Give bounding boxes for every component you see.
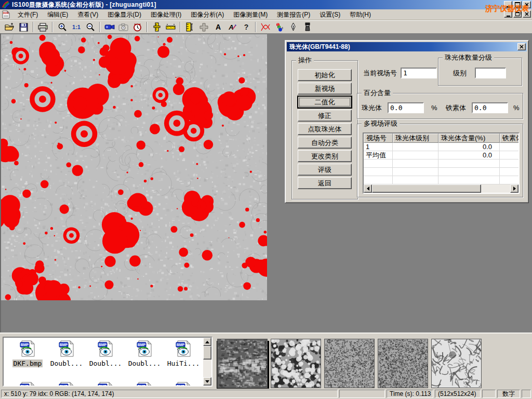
ruler-horizontal-button[interactable]: [164, 21, 178, 34]
dialog-title-bar[interactable]: 珠光体(GB/T9441-88): [287, 42, 527, 51]
menu-image-measure[interactable]: 图像测量(M): [229, 9, 272, 20]
initialize-button[interactable]: 初始化: [298, 69, 352, 81]
menu-settings[interactable]: 设置(S): [315, 9, 345, 20]
file-item[interactable]: BMP Doubl...: [87, 340, 124, 367]
new-field-button[interactable]: 新视场: [298, 83, 352, 95]
menu-image-display[interactable]: 图像显示(D): [103, 9, 146, 20]
grading-table[interactable]: 视场号 珠光体级别 珠光体含量(%) 铁素体 1 0.0 平均值 0.0: [363, 132, 520, 194]
text-tool-icon: A: [214, 23, 222, 31]
text-edit-button[interactable]: A: [225, 21, 239, 34]
menu-report[interactable]: 测量报告(P): [272, 9, 315, 20]
mdi-minimize-icon: [507, 16, 510, 17]
bottom-panel: BMP DKF.bmp BMP Doubl... BMP Doubl... BM…: [0, 332, 532, 389]
zoom-out-button[interactable]: [83, 21, 97, 34]
table-header-row: 视场号 珠光体级别 珠光体含量(%) 铁素体: [364, 134, 518, 143]
brush-button[interactable]: [300, 21, 314, 34]
col-pearlite-content[interactable]: 珠光体含量(%): [438, 134, 500, 143]
menu-bar: DOC 文件(F) 编辑(E) 查看(V) 图像显示(D) 图像处理(I) 图像…: [0, 9, 532, 20]
move-cross-button[interactable]: [197, 21, 211, 34]
menu-help[interactable]: 帮助(H): [345, 9, 376, 20]
file-name[interactable]: DKF.bmp: [12, 360, 43, 367]
dialog-close-button[interactable]: [517, 43, 526, 50]
save-button[interactable]: [17, 21, 31, 34]
file-item[interactable]: BMP Doubl...: [126, 340, 163, 367]
file-browser-scrollbar[interactable]: [203, 338, 211, 385]
file-browser[interactable]: BMP DKF.bmp BMP Doubl... BMP Doubl... BM…: [3, 337, 212, 387]
change-class-button[interactable]: 更改类别: [298, 150, 352, 162]
file-item[interactable]: BMP HuiTi...: [165, 340, 202, 367]
file-item[interactable]: BMP: [87, 381, 124, 387]
correct-button[interactable]: 修正: [298, 110, 352, 122]
caliper-vertical-button[interactable]: [150, 21, 164, 34]
pearlite-dialog: 珠光体(GB/T9441-88) 操作 初始化 新视场 二值化 修正 点取珠光体…: [285, 40, 529, 203]
pen-button[interactable]: [286, 21, 300, 34]
scrollbar-thumb[interactable]: [203, 346, 211, 360]
level-label: 级别: [453, 68, 467, 78]
svg-text:BMP: BMP: [21, 343, 29, 347]
current-field-input[interactable]: [401, 68, 437, 78]
classify-balls-button[interactable]: 1 2 3: [272, 21, 286, 34]
zoom-in-button[interactable]: [55, 21, 69, 34]
bmp-file-icon: BMP: [97, 352, 114, 359]
thumbnail-3[interactable]: [324, 339, 375, 388]
bmp-file-icon: BMP: [19, 352, 36, 359]
menu-view[interactable]: 查看(V): [73, 9, 103, 20]
table-row[interactable]: 平均值 0.0: [364, 151, 518, 159]
thumbnail-5[interactable]: [431, 339, 482, 388]
text-tool-button[interactable]: A: [211, 21, 225, 34]
move-cross-icon: [200, 23, 208, 32]
svg-text:BMP: BMP: [138, 384, 146, 387]
scroll-left-button[interactable]: [364, 184, 372, 193]
ferrite-percent-input[interactable]: [472, 102, 508, 113]
menu-file[interactable]: 文件(F): [13, 9, 43, 20]
table-row[interactable]: 1 0.0: [364, 143, 518, 151]
scroll-down-button[interactable]: [203, 377, 211, 385]
actual-size-button[interactable]: 1:1: [69, 21, 83, 34]
print-button[interactable]: [36, 21, 50, 34]
file-item[interactable]: BMP: [48, 381, 85, 387]
file-item[interactable]: BMP DKF.bmp: [9, 340, 46, 367]
cell-pearlite-level: [393, 151, 438, 159]
file-name[interactable]: Doubl...: [127, 360, 162, 367]
thumbnail-2[interactable]: [271, 339, 321, 388]
col-pearlite-level[interactable]: 珠光体级别: [393, 134, 438, 143]
binarize-button[interactable]: 二值化: [298, 96, 352, 108]
pearlite-percent-input[interactable]: [388, 102, 424, 113]
timer-button[interactable]: [130, 21, 144, 34]
measure-caliper-button[interactable]: [183, 21, 197, 34]
file-item[interactable]: BMP: [165, 381, 202, 387]
level-input[interactable]: [475, 68, 506, 78]
col-field-number[interactable]: 视场号: [364, 134, 393, 143]
multi-field-group: 多视场评级 视场号 珠光体级别 珠光体含量(%) 铁素体 1 0.0 平均值: [357, 124, 523, 197]
menu-edit[interactable]: 编辑(E): [43, 9, 73, 20]
file-item[interactable]: BMP Doubl...: [48, 340, 85, 367]
table-horizontal-scrollbar[interactable]: [364, 184, 518, 193]
scroll-right-icon: [513, 187, 516, 191]
scroll-up-button[interactable]: [203, 338, 211, 346]
scrollbar-thumb[interactable]: [372, 184, 481, 193]
help-button[interactable]: ?: [239, 21, 253, 34]
file-item[interactable]: BMP: [126, 381, 163, 387]
col-ferrite[interactable]: 铁素体: [500, 134, 520, 143]
thumbnail-1[interactable]: [217, 339, 268, 388]
file-item[interactable]: BMP: [9, 381, 46, 387]
scroll-right-button[interactable]: [510, 184, 518, 193]
file-name[interactable]: HuiTi...: [166, 360, 201, 367]
grade-button[interactable]: 评级: [298, 164, 352, 176]
menu-image-analysis[interactable]: 图像分析(A): [186, 9, 229, 20]
thumbnail-4[interactable]: [378, 339, 428, 388]
menu-image-process[interactable]: 图像处理(I): [146, 9, 186, 20]
video-camera-button[interactable]: [102, 21, 116, 34]
pick-pearlite-button[interactable]: 点取珠光体: [298, 123, 352, 135]
actual-size-icon: 1:1: [71, 23, 82, 31]
spline-curve-button[interactable]: [258, 21, 272, 34]
file-name[interactable]: Doubl...: [88, 360, 123, 367]
open-button[interactable]: [3, 21, 17, 34]
auto-classify-button[interactable]: 自动分类: [298, 137, 352, 149]
return-button[interactable]: 返回: [298, 177, 352, 189]
file-name[interactable]: Doubl...: [49, 360, 84, 367]
metallograph-image[interactable]: [1, 34, 267, 300]
current-field-label: 当前视场号: [363, 68, 397, 78]
camera-button[interactable]: [116, 21, 130, 34]
status-mode: 数字: [497, 390, 520, 398]
